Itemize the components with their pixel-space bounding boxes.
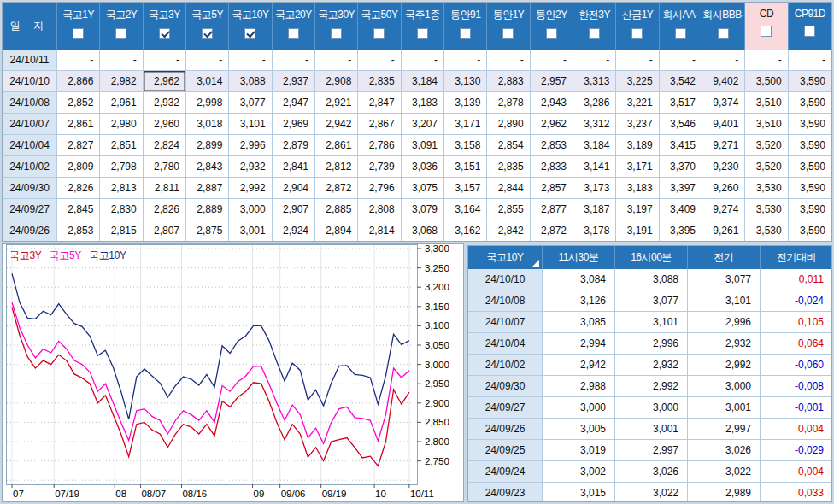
rate-cell[interactable]: 3,101 [229, 114, 272, 134]
rate-cell[interactable]: 3,075 [402, 178, 444, 198]
change-cell[interactable]: -0,001 [761, 397, 832, 418]
rate-cell[interactable]: 2,807 [144, 220, 186, 241]
rate-cell[interactable]: 9,261 [702, 220, 745, 241]
rate-cell[interactable]: 3,139 [444, 92, 487, 113]
column-checkbox-국고10Y[interactable] [244, 28, 255, 39]
rate-cell[interactable]: 2,853 [57, 220, 100, 241]
rate-cell[interactable]: 2,853 [531, 135, 573, 155]
column-checkbox-통안2Y[interactable] [546, 28, 557, 39]
rate-cell[interactable]: 2,907 [273, 199, 315, 220]
rate-cell[interactable]: 3,312 [573, 114, 616, 134]
change-cell[interactable]: 0,011 [761, 269, 832, 290]
rate-cell[interactable]: 2,866 [57, 71, 100, 91]
rate-cell[interactable]: 2,960 [144, 114, 186, 134]
rate-cell[interactable]: 3,395 [660, 220, 702, 241]
value-1600-cell[interactable]: 3,088 [615, 269, 688, 290]
value-1600-cell[interactable]: 3,026 [615, 461, 688, 482]
rate-cell[interactable]: 3,590 [789, 114, 831, 134]
date-cell[interactable]: 24/09/27 [3, 199, 57, 220]
column-checkbox-국고50Y[interactable] [373, 28, 385, 39]
rate-cell[interactable]: 2,908 [315, 71, 358, 91]
change-cell[interactable]: 0,105 [761, 312, 832, 332]
rate-cell[interactable]: - [660, 50, 702, 70]
rate-cell[interactable]: 2,861 [315, 135, 358, 155]
date-cell[interactable]: 24/10/07 [3, 114, 57, 134]
rate-cell[interactable]: - [573, 50, 616, 70]
rate-cell[interactable]: 3,207 [402, 114, 444, 134]
rate-cell[interactable]: 2,830 [100, 199, 143, 220]
column-header-국고30Y[interactable]: 국고30Y [315, 3, 358, 50]
value-1600-cell[interactable]: 2,996 [615, 333, 688, 354]
value-1600-cell[interactable]: 2,997 [615, 440, 688, 460]
rate-cell[interactable]: 2,980 [100, 114, 143, 134]
rate-cell[interactable]: 3,590 [789, 220, 831, 241]
column-header-국고2Y[interactable]: 국고2Y [100, 3, 143, 50]
date-cell[interactable]: 24/09/30 [3, 178, 57, 198]
rate-cell[interactable]: 2,899 [186, 135, 229, 155]
rate-cell[interactable]: - [144, 50, 186, 70]
rate-cell[interactable]: 2,932 [229, 156, 272, 177]
value-1600-cell[interactable]: 2,932 [615, 355, 688, 375]
rate-cell[interactable]: 2,961 [100, 92, 143, 113]
change-cell[interactable]: 0,033 [761, 483, 832, 502]
rate-cell[interactable]: - [402, 50, 444, 70]
rate-cell[interactable]: 3,077 [229, 92, 272, 113]
rate-cell[interactable]: 2,809 [57, 156, 100, 177]
value-1130-cell[interactable]: 3,005 [543, 419, 615, 439]
rate-cell[interactable]: 2,826 [144, 199, 186, 220]
rate-cell[interactable]: 3,286 [573, 92, 616, 113]
rate-cell[interactable]: 2,833 [531, 156, 573, 177]
rate-cell[interactable]: 3,068 [402, 220, 444, 241]
rate-cell[interactable]: 2,890 [487, 114, 530, 134]
rate-cell[interactable]: 3,590 [789, 92, 831, 113]
prev-cell[interactable]: 3,101 [688, 290, 761, 311]
rate-cell[interactable]: - [702, 50, 745, 70]
rate-cell[interactable]: 2,796 [358, 178, 401, 198]
rate-cell[interactable]: 3,520 [745, 135, 788, 155]
rate-cell[interactable]: 3,370 [660, 156, 702, 177]
value-1130-cell[interactable]: 3,084 [543, 269, 615, 290]
rate-cell[interactable]: 3,088 [229, 71, 272, 91]
rate-cell[interactable]: 2,808 [358, 199, 401, 220]
rate-cell[interactable]: 3,590 [789, 135, 831, 155]
column-checkbox-국고3Y[interactable] [159, 28, 170, 39]
prev-cell[interactable]: 3,026 [688, 440, 761, 460]
rate-cell[interactable]: 3,014 [186, 71, 229, 91]
rate-cell[interactable]: 3,500 [745, 71, 788, 91]
rate-cell[interactable]: 3,590 [789, 156, 831, 177]
change-cell[interactable]: -0,008 [761, 376, 832, 396]
rate-cell[interactable]: 3,542 [660, 71, 702, 91]
column-checkbox-회사BBB-[interactable] [718, 28, 729, 39]
rate-cell[interactable]: 3,162 [444, 220, 487, 241]
column-checkbox-국고2Y[interactable] [115, 28, 126, 39]
rate-cell[interactable]: - [358, 50, 401, 70]
rate-cell[interactable]: 3,183 [616, 178, 659, 198]
rate-cell[interactable]: 3,221 [616, 92, 659, 113]
rate-cell[interactable]: 3,157 [444, 178, 487, 198]
rate-cell[interactable]: 3,130 [444, 71, 487, 91]
date-cell[interactable]: 24/09/24 [468, 461, 543, 482]
column-header-통안1Y[interactable]: 통안1Y [487, 3, 530, 50]
rate-cell[interactable]: 3,590 [789, 178, 831, 198]
detail-header-4[interactable]: 전기대비 [761, 246, 832, 269]
rate-cell[interactable]: - [444, 50, 487, 70]
rate-cell[interactable]: 3,091 [402, 135, 444, 155]
rate-cell[interactable]: 2,962 [144, 71, 186, 91]
detail-header-3[interactable]: 전기 [688, 246, 761, 269]
column-checkbox-통안1Y[interactable] [502, 28, 514, 39]
rate-cell[interactable]: 2,879 [273, 135, 315, 155]
rate-cell[interactable]: 3,590 [789, 71, 831, 91]
prev-cell[interactable]: 3,000 [688, 376, 761, 396]
date-cell[interactable]: 24/09/27 [468, 397, 543, 418]
rate-cell[interactable]: 2,937 [273, 71, 315, 91]
value-1130-cell[interactable]: 3,085 [543, 312, 615, 332]
column-header-회사BBB-[interactable]: 회사BBB- [702, 3, 745, 50]
rate-cell[interactable]: 2,996 [229, 135, 272, 155]
rate-cell[interactable]: 2,851 [100, 135, 143, 155]
value-1130-cell[interactable]: 3,019 [543, 440, 615, 460]
column-checkbox-회사AA-[interactable] [675, 28, 686, 39]
rate-cell[interactable]: 2,811 [144, 178, 186, 198]
rate-cell[interactable]: 2,969 [273, 114, 315, 134]
rate-cell[interactable]: 2,845 [57, 199, 100, 220]
date-cell[interactable]: 24/09/25 [468, 440, 543, 460]
